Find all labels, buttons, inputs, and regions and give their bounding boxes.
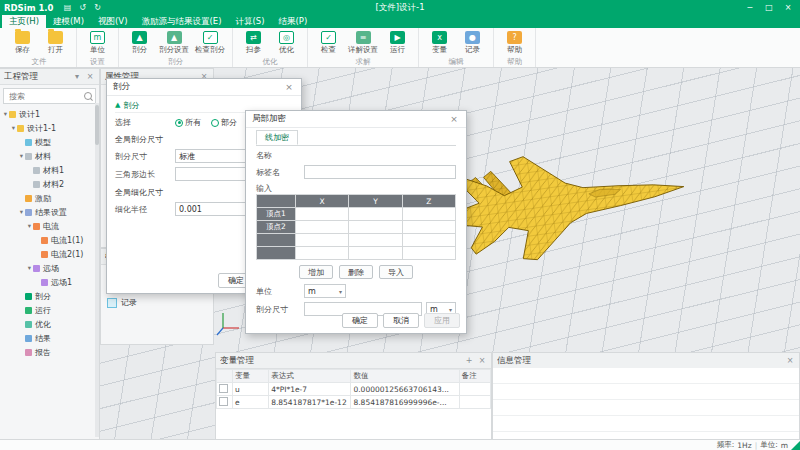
- resize-grip[interactable]: [791, 441, 800, 450]
- add-vertex-button[interactable]: 增加: [299, 265, 333, 279]
- tree-item[interactable]: 运行: [0, 303, 99, 317]
- vertex-cell[interactable]: [296, 208, 349, 221]
- mesh-dialog-titlebar[interactable]: 剖分 ×: [107, 79, 301, 96]
- vertex-cell[interactable]: [349, 221, 402, 234]
- ribbon-button-help[interactable]: ?帮助: [499, 30, 530, 58]
- minimize-button[interactable]: ─: [742, 3, 758, 12]
- row-checkbox[interactable]: [219, 384, 228, 393]
- menu-tab-1[interactable]: 主页(H): [2, 15, 46, 28]
- maximize-button[interactable]: □: [761, 3, 777, 12]
- undo-icon[interactable]: ↺: [77, 3, 89, 12]
- tree-item[interactable]: 剖分: [0, 289, 99, 303]
- column-header-变量[interactable]: 变量: [233, 370, 269, 383]
- vertex-cell[interactable]: [349, 234, 402, 247]
- tree-caret-icon[interactable]: ▾: [2, 110, 9, 118]
- variable-row[interactable]: e8.854187817*1e-128.854187816999996e-...: [217, 396, 491, 409]
- tree-scrollbar[interactable]: [95, 103, 99, 437]
- ribbon-button-mesh[interactable]: ▲剖分: [124, 30, 155, 58]
- tree-item-label: 电流2(1): [51, 249, 83, 260]
- unit-select[interactable]: m ▾: [304, 284, 346, 298]
- tree-item[interactable]: 优化: [0, 317, 99, 331]
- tree-item[interactable]: ▾设计1-1: [0, 121, 99, 135]
- tree-item[interactable]: ▾结果设置: [0, 205, 99, 219]
- variables-table[interactable]: 变量表达式数值备注u4*PI*1e-70.00000125663706143..…: [216, 369, 491, 409]
- column-header-X: X: [296, 195, 349, 208]
- ribbon-button-optimize[interactable]: ◎优化: [271, 30, 302, 58]
- refine-apply-button[interactable]: 应用: [424, 313, 460, 328]
- tree-item[interactable]: ▾电流: [0, 219, 99, 233]
- vertex-cell[interactable]: [402, 247, 455, 260]
- tree-caret-icon[interactable]: ▾: [26, 264, 33, 272]
- variables-close-icon[interactable]: ×: [477, 356, 487, 365]
- ribbon-button-record[interactable]: ●记录: [457, 30, 488, 58]
- variables-icon: x: [432, 31, 447, 44]
- tree-caret-icon[interactable]: ▾: [26, 222, 33, 230]
- tree-item[interactable]: ▾设计1: [0, 107, 99, 121]
- panel-close-icon[interactable]: ×: [85, 72, 95, 81]
- ribbon-button-save-folder[interactable]: 保存: [7, 30, 38, 58]
- row-checkbox[interactable]: [219, 397, 228, 406]
- vertex-cell[interactable]: [402, 234, 455, 247]
- tree-item[interactable]: ▾材料: [0, 149, 99, 163]
- ribbon-button-mesh-settings[interactable]: ▲剖分设置: [157, 30, 191, 58]
- column-header-备注[interactable]: 备注: [459, 370, 490, 383]
- close-button[interactable]: ×: [780, 3, 796, 12]
- ribbon-button-variables[interactable]: x变量: [424, 30, 455, 58]
- tree-caret-icon[interactable]: ▾: [18, 208, 25, 216]
- delete-vertex-button[interactable]: 删除: [339, 265, 373, 279]
- menu-tab-5[interactable]: 计算(S): [228, 15, 271, 28]
- radio-all[interactable]: 所有: [175, 117, 201, 128]
- ribbon-button-solve-settings[interactable]: ≡详解设置: [346, 30, 380, 58]
- search-icon[interactable]: [84, 92, 92, 100]
- refine-cancel-button[interactable]: 取消: [383, 313, 419, 328]
- tree-item[interactable]: 结果: [0, 331, 99, 345]
- tree-item[interactable]: 材料2: [0, 177, 99, 191]
- vertex-cell[interactable]: [349, 208, 402, 221]
- add-variable-icon[interactable]: +: [464, 356, 474, 365]
- menu-tab-6[interactable]: 结果(P): [272, 15, 315, 28]
- vertex-cell[interactable]: [349, 247, 402, 260]
- ribbon-button-run[interactable]: ▶运行: [382, 30, 413, 58]
- panel-pin-icon[interactable]: ▾: [72, 72, 82, 81]
- tree-item[interactable]: 激励: [0, 191, 99, 205]
- vertex-table[interactable]: XYZ顶点1顶点2: [256, 194, 456, 260]
- refine-ok-button[interactable]: 确定: [342, 313, 378, 328]
- vertex-cell[interactable]: [296, 221, 349, 234]
- menu-tab-3[interactable]: 视图(V): [91, 15, 134, 28]
- vertex-cell[interactable]: [402, 221, 455, 234]
- mesh-dialog-close-icon[interactable]: ×: [283, 82, 295, 92]
- tree-item[interactable]: 电流1(1): [0, 233, 99, 247]
- search-input[interactable]: [7, 91, 82, 102]
- tree-item[interactable]: 报告: [0, 345, 99, 359]
- vertex-cell[interactable]: [402, 208, 455, 221]
- menu-tab-2[interactable]: 建模(M): [46, 15, 91, 28]
- column-header-数值[interactable]: 数值: [351, 370, 459, 383]
- model-list-item[interactable]: 记录: [101, 295, 213, 310]
- vertex-cell[interactable]: [296, 234, 349, 247]
- redo-icon[interactable]: ↻: [92, 3, 104, 12]
- save-icon[interactable]: ▤: [62, 3, 74, 12]
- vertex-cell[interactable]: [296, 247, 349, 260]
- tree-item[interactable]: ▾远场: [0, 261, 99, 275]
- refine-dialog-titlebar[interactable]: 局部加密 ×: [246, 111, 466, 128]
- ribbon-button-units[interactable]: m单位: [82, 30, 113, 58]
- tree-caret-icon[interactable]: ▾: [10, 124, 17, 132]
- variable-row[interactable]: u4*PI*1e-70.00000125663706143...: [217, 383, 491, 396]
- info-close-icon[interactable]: ×: [785, 356, 795, 365]
- ribbon-button-sweep[interactable]: ⇄扫参: [238, 30, 269, 58]
- tab-line-refine[interactable]: 线加密: [256, 130, 298, 145]
- import-vertex-button[interactable]: 导入: [379, 265, 413, 279]
- tag-name-input[interactable]: [304, 165, 456, 179]
- tree-item[interactable]: 模型: [0, 135, 99, 149]
- menu-tab-4[interactable]: 激励源与结果设置(E): [134, 15, 228, 28]
- tree-caret-icon[interactable]: ▾: [18, 152, 25, 160]
- ribbon-button-check[interactable]: ✓检查: [313, 30, 344, 58]
- column-header-表达式[interactable]: 表达式: [269, 370, 351, 383]
- tree-item[interactable]: 材料1: [0, 163, 99, 177]
- ribbon-button-open-folder[interactable]: 打开: [40, 30, 71, 58]
- radio-partial[interactable]: 部分: [211, 117, 237, 128]
- ribbon-button-mesh-check[interactable]: ✓检查剖分: [193, 30, 227, 58]
- tree-item[interactable]: 电流2(1): [0, 247, 99, 261]
- tree-item[interactable]: 远场1: [0, 275, 99, 289]
- refine-dialog-close-icon[interactable]: ×: [448, 114, 460, 124]
